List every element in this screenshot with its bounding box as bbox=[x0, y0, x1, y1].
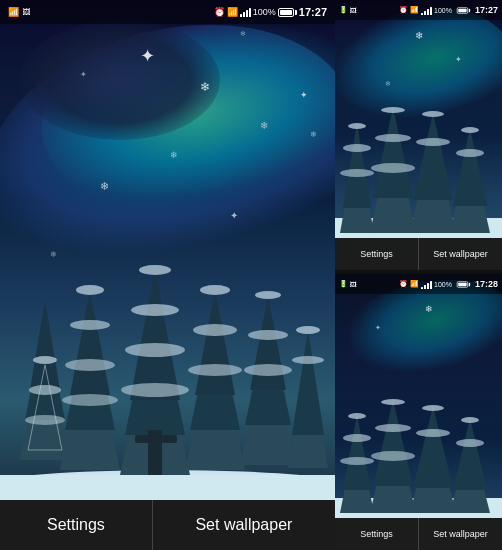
rt-battery-pct: 100% bbox=[434, 7, 452, 14]
svg-point-34 bbox=[244, 364, 292, 376]
battery-icon bbox=[278, 8, 297, 17]
right-bottom-status-right-icons: ⏰ 📶 100% 17:28 bbox=[399, 279, 498, 289]
svg-point-54 bbox=[422, 111, 444, 117]
svg-marker-72 bbox=[413, 406, 453, 488]
svg-point-20 bbox=[131, 304, 179, 316]
svg-point-37 bbox=[296, 326, 320, 334]
svg-point-6 bbox=[33, 356, 57, 364]
svg-point-19 bbox=[139, 265, 171, 275]
svg-point-7 bbox=[29, 385, 61, 395]
rb-battery-icon: 🔋 bbox=[339, 280, 348, 288]
set-wallpaper-button[interactable]: Set wallpaper bbox=[153, 500, 335, 550]
rb-alarm-icon: ⏰ bbox=[399, 280, 408, 288]
svg-marker-36 bbox=[292, 330, 324, 435]
right-top-set-wallpaper-button[interactable]: Set wallpaper bbox=[419, 238, 502, 270]
right-bottom-preview-buttons: Settings Set wallpaper bbox=[335, 518, 502, 550]
svg-point-63 bbox=[348, 413, 366, 419]
right-top-settings-label: Settings bbox=[360, 249, 393, 259]
svg-point-77 bbox=[461, 417, 479, 423]
right-top-set-wallpaper-label: Set wallpaper bbox=[433, 249, 488, 259]
svg-marker-43 bbox=[343, 123, 371, 208]
svg-point-73 bbox=[422, 405, 444, 411]
rb-signal-icon bbox=[421, 279, 432, 289]
svg-rect-1 bbox=[0, 475, 335, 500]
settings-label: Settings bbox=[47, 516, 105, 534]
wifi-signal-icon: 📶 bbox=[227, 7, 238, 17]
svg-point-74 bbox=[416, 429, 450, 437]
svg-rect-40 bbox=[135, 435, 177, 443]
trees-layer bbox=[0, 180, 335, 500]
svg-point-68 bbox=[381, 399, 405, 405]
svg-point-46 bbox=[340, 169, 374, 177]
right-panel: 🔋 🖼 ⏰ 📶 100% 17:27 bbox=[335, 0, 502, 550]
right-bottom-status-bar: 🔋 🖼 ⏰ 📶 100% 17:28 bbox=[335, 274, 502, 294]
svg-point-59 bbox=[456, 149, 484, 157]
svg-marker-48 bbox=[373, 108, 413, 198]
wifi-icon: 📶 bbox=[8, 7, 19, 17]
svg-point-65 bbox=[340, 457, 374, 465]
right-bottom-preview: 🔋 🖼 ⏰ 📶 100% 17:28 bbox=[335, 274, 502, 550]
right-bottom-set-wallpaper-label: Set wallpaper bbox=[433, 529, 488, 539]
svg-point-64 bbox=[343, 434, 371, 442]
rb-battery-pct: 100% bbox=[434, 281, 452, 288]
svg-point-55 bbox=[416, 138, 450, 146]
rt-signal-icon bbox=[421, 5, 432, 15]
svg-point-12 bbox=[76, 285, 104, 295]
svg-point-44 bbox=[348, 123, 366, 129]
svg-point-26 bbox=[200, 285, 230, 295]
svg-point-78 bbox=[456, 439, 484, 447]
svg-point-70 bbox=[371, 451, 415, 461]
right-bottom-settings-label: Settings bbox=[360, 529, 393, 539]
svg-point-49 bbox=[381, 107, 405, 113]
left-status-icons-right: ⏰ 📶 100% 17:27 bbox=[214, 6, 327, 18]
svg-marker-53 bbox=[413, 113, 453, 200]
status-time-left: 17:27 bbox=[299, 6, 327, 18]
right-top-settings-button[interactable]: Settings bbox=[335, 238, 419, 270]
left-status-icons-left: 📶 🖼 bbox=[8, 7, 30, 17]
svg-marker-11 bbox=[70, 290, 110, 395]
rb-wifi-icon: 📶 bbox=[410, 280, 419, 288]
svg-point-13 bbox=[70, 320, 110, 330]
svg-point-15 bbox=[62, 394, 118, 406]
rb-battery-bar bbox=[457, 281, 470, 287]
svg-point-69 bbox=[375, 424, 411, 432]
photo-icon: 🖼 bbox=[22, 8, 30, 17]
signal-icon bbox=[240, 7, 251, 17]
rt-battery-icon: 🔋 bbox=[339, 6, 348, 14]
dark-cloud bbox=[20, 20, 220, 140]
left-status-bar: 📶 🖼 ⏰ 📶 100% 17:27 bbox=[0, 0, 335, 24]
rt-battery-bar bbox=[457, 7, 470, 13]
svg-marker-25 bbox=[195, 290, 235, 395]
settings-button[interactable]: Settings bbox=[0, 500, 153, 550]
set-wallpaper-label: Set wallpaper bbox=[195, 516, 292, 534]
svg-point-22 bbox=[121, 383, 189, 397]
right-top-time: 17:27 bbox=[475, 5, 498, 15]
svg-marker-18 bbox=[130, 270, 180, 400]
svg-point-58 bbox=[461, 127, 479, 133]
svg-point-38 bbox=[292, 356, 324, 364]
right-top-status-left-icons: 🔋 🖼 bbox=[339, 6, 357, 14]
svg-marker-57 bbox=[453, 128, 487, 206]
right-top-preview-buttons: Settings Set wallpaper bbox=[335, 238, 502, 270]
right-bottom-trees bbox=[335, 338, 502, 518]
rb-photo-icon: 🖼 bbox=[350, 281, 357, 288]
alarm-icon: ⏰ bbox=[214, 7, 225, 17]
rt-alarm-icon: ⏰ bbox=[399, 6, 408, 14]
svg-marker-4 bbox=[30, 300, 60, 390]
svg-marker-76 bbox=[453, 418, 487, 490]
left-bottom-buttons: Settings Set wallpaper bbox=[0, 500, 335, 550]
right-bottom-settings-button[interactable]: Settings bbox=[335, 518, 419, 550]
svg-point-32 bbox=[255, 291, 281, 299]
svg-point-14 bbox=[65, 359, 115, 371]
right-top-status-bar: 🔋 🖼 ⏰ 📶 100% 17:27 bbox=[335, 0, 502, 20]
right-top-status-right-icons: ⏰ 📶 100% 17:27 bbox=[399, 5, 498, 15]
svg-marker-62 bbox=[343, 414, 371, 490]
svg-point-50 bbox=[375, 134, 411, 142]
svg-point-8 bbox=[25, 415, 65, 425]
rt-wifi-icon: 📶 bbox=[410, 6, 419, 14]
right-bottom-set-wallpaper-button[interactable]: Set wallpaper bbox=[419, 518, 502, 550]
svg-point-27 bbox=[193, 324, 237, 336]
battery-percent-left: 100% bbox=[253, 7, 276, 17]
right-bottom-time: 17:28 bbox=[475, 279, 498, 289]
svg-point-28 bbox=[188, 364, 242, 376]
